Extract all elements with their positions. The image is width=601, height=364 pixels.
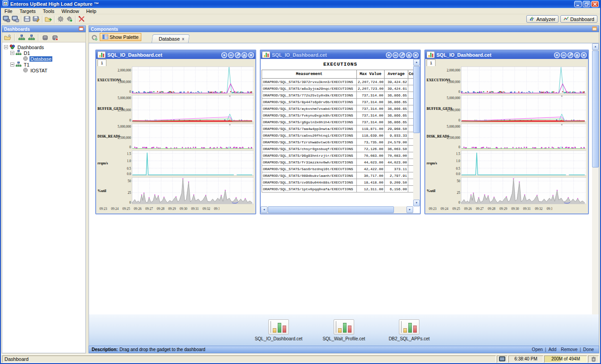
refresh-components-icon[interactable] [90,33,99,42]
save-capture-icon[interactable] [23,15,32,23]
settings-run-icon[interactable] [65,15,74,23]
table-row[interactable]: ORAPROD/SQL_STATS/7aa4w4pp3nwta/EXECUTIO… [262,126,415,132]
table-row[interactable]: ORAPROD/SQL_STATS/3972rvxu3knn3/EXECUTIO… [262,79,415,85]
tree-item-database[interactable]: Database [3,56,85,62]
minimize-button[interactable] [574,1,582,7]
palette-gadget-label: SQL_Wait_Profile.cet [317,336,371,341]
hierarchy-alt-icon[interactable] [27,33,36,42]
table-row[interactable]: ORAPROD/SQL_STATS/cv959u044n88s/EXECUTIO… [262,179,415,186]
gadget-title-bar[interactable]: SQL_IO_Dashboard.cet [261,50,420,59]
menu-window[interactable]: Window [58,8,83,14]
gadget-settings-button[interactable] [399,52,405,58]
gadget-menu-button[interactable] [561,52,567,58]
done-link[interactable]: Done [583,347,594,352]
tree-item-label: Database [30,56,52,62]
hierarchy-icon[interactable] [17,33,26,42]
cube-badge-icon[interactable] [51,33,59,42]
tab-database[interactable]: Database x [151,34,190,43]
gadget-menu-button[interactable] [393,52,398,58]
status-message: Dashboard [2,356,496,363]
tree-expander-icon[interactable] [4,45,8,49]
table-row[interactable]: ORAPROD/SQL_STATS/g6guln3x0h1h4/EXECUTIO… [262,119,415,126]
palette-gadget-2[interactable]: SQL_Wait_Profile.cet [317,319,371,341]
tree-item-t1[interactable]: T1 [3,62,85,67]
gadget-title-bar[interactable]: SQL_IO_Dashboard.cet [425,50,588,59]
canvas-vertical-scrollbar[interactable]: ▲ ▼ [592,43,599,353]
analyzer-button[interactable]: Analyzer [526,15,559,23]
table-row[interactable]: ORAPROD/SQL_STATS/8p447s6p0rv6b/EXECUTIO… [262,99,415,105]
show-palette-button[interactable]: Show Palette [100,33,141,41]
capture-target-icon[interactable] [2,15,11,23]
gadget-menu-button[interactable] [228,52,234,58]
gadget-collapse-button[interactable] [406,52,412,58]
export-folder-icon[interactable] [44,15,53,23]
gadget-collapse-button[interactable] [574,52,580,58]
chart-plot [132,124,254,149]
table-row[interactable]: ORAPROD/SQL_STATS/aykvshm7zsabd/EXECUTIO… [262,105,415,112]
menu-file[interactable]: File [1,8,16,14]
gadget-dot-button[interactable] [221,52,227,58]
y-tick-label: 2,500,000 [118,136,131,140]
gadget-dot-button[interactable] [386,52,392,58]
tab-close-icon[interactable]: x [182,37,184,41]
palette-gadget-1[interactable]: SQL_IO_Dashboard.cet [252,319,305,341]
table-horizontal-scrollbar[interactable]: ◄ ► [261,206,413,213]
tree-item-dashboards[interactable]: Dashboards [3,44,85,50]
gadget-tab-1[interactable]: 1 [427,59,436,66]
gadget-thumbnail-icon [268,319,289,335]
edit-capture-icon[interactable] [32,15,41,23]
dashboard-button[interactable]: Dashboard [560,15,597,23]
cube-icon[interactable] [41,33,50,42]
menu-tools[interactable]: Tools [39,8,58,14]
palette-gadget-3[interactable]: DB2_SQL_APPs.cet [382,319,436,341]
table-row[interactable]: ORAPROD/SQL_STATS/fvkynu9xgck8h/EXECUTIO… [262,112,415,119]
settings-gear-icon[interactable] [56,15,65,23]
capture-target-add-icon[interactable] [11,15,20,23]
gadget-sql-io-dashboard-3[interactable]: SQL_IO_Dashboard.cet 1 EXECUTIONS2,000,0… [424,50,589,214]
memory-indicator[interactable]: 200M of 494M [544,356,587,363]
column-header-average[interactable]: Average [385,70,408,79]
gadget-close-button[interactable] [413,52,419,58]
table-row[interactable]: ORAPROD/SQL_STATS/chsyr0gssbuqf/EXECUTIO… [262,146,415,152]
gadget-settings-button[interactable] [567,52,573,58]
gadget-sql-io-dashboard-2[interactable]: SQL_IO_Dashboard.cet EXECUTIONS Measurem… [260,50,421,214]
gadget-collapse-button[interactable] [241,52,247,58]
remove-link[interactable]: Remove [561,347,577,352]
table-row[interactable]: ORAPROD/SQL_STATS/96g93hntrzjtr/EXECUTIO… [262,152,415,159]
gadget-title-bar[interactable]: SQL_IO_Dashboard.cet [96,50,255,59]
table-row[interactable]: ORAPROD/SQL_STATS/772s25v1y0x8k/EXECUTIO… [262,92,415,99]
garbage-collect-icon[interactable] [588,356,599,363]
column-header-measurement[interactable]: Measurement [262,70,357,79]
gadget-dot-button[interactable] [554,52,560,58]
folder-open-icon[interactable] [3,33,12,42]
column-header-max-value[interactable]: Max Value [357,70,385,79]
gadget-sql-io-dashboard-1[interactable]: SQL_IO_Dashboard.cet 1 EXECUTIONS2,000,0… [95,50,256,214]
tree-expander-icon[interactable] [10,63,14,67]
menu-help[interactable]: Help [83,8,100,14]
table-row[interactable]: ORAPROD/SQL_STATS/fzrshwabvtwc0/EXECUTIO… [262,139,415,146]
tree-item-iostat[interactable]: IOSTAT [3,67,85,73]
table-row[interactable]: ORAPROD/SQL_STATS/1ptv0pqq0xafa/EXECUTIO… [262,186,415,192]
panel-menu-icon[interactable] [79,26,84,32]
table-row[interactable]: ORAPROD/SQL_STATS/089dbukvlaanh/EXECUTIO… [262,172,415,179]
menu-targets[interactable]: Targets [16,8,39,14]
panel-menu-icon[interactable] [592,26,597,32]
tree-expander-icon[interactable] [10,51,14,55]
table-vertical-scrollbar[interactable]: ▲ ▼ [413,59,420,206]
gadget-close-button[interactable] [248,52,254,58]
table-row[interactable]: ORAPROD/SQL_STATS/fr31mzzknv0wh/EXECUTIO… [262,159,415,166]
max-value-cell: 2,207,724.00 [357,79,385,85]
chart-strip-rrqms: rrqm/s1.51.00.50.0 [97,151,254,176]
tree-item-d1[interactable]: D1 [3,50,85,56]
gadget-close-button[interactable] [581,52,587,58]
table-row[interactable]: ORAPROD/SQL_STATS/a6u3yjca29nqc/EXECUTIO… [262,85,415,92]
table-row[interactable]: ORAPROD/SQL_STATS/5as6rbzdnq16t/EXECUTIO… [262,166,415,172]
open-link[interactable]: Open [532,347,542,352]
gadget-settings-button[interactable] [235,52,241,58]
gadget-tab-1[interactable]: 1 [97,59,106,66]
table-row[interactable]: ORAPROD/SQL_STATS/ca5vu20fhtnq1/EXECUTIO… [262,132,415,139]
close-button[interactable] [591,1,599,7]
tools-icon[interactable] [77,15,86,23]
add-link[interactable]: Add [548,347,556,352]
restore-button[interactable] [583,1,590,7]
